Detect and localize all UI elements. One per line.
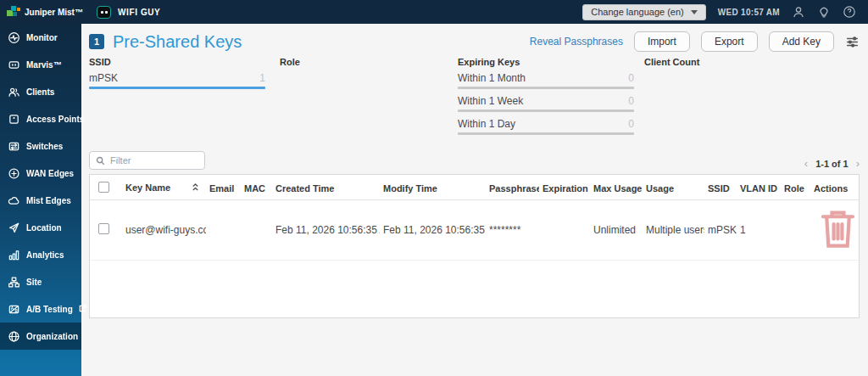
- col-key-name[interactable]: Key Name: [122, 175, 206, 200]
- cell-created-time: Feb 11, 2026 10:56:35 AM: [272, 200, 380, 261]
- ssid-usage-bar: [89, 87, 265, 89]
- search-icon: [96, 156, 105, 166]
- sidebar-item-label: Marvis™: [26, 60, 62, 70]
- sidebar-item-location[interactable]: Location: [0, 214, 81, 241]
- export-button[interactable]: Export: [701, 31, 758, 52]
- ssid-stat-mpsk[interactable]: mPSK 1: [89, 71, 265, 89]
- language-dropdown[interactable]: Change language (en): [582, 4, 705, 20]
- brand-name: Juniper Mist™: [25, 8, 83, 17]
- table-header-row: Key Name Email MAC Created Time Modify T…: [90, 175, 859, 200]
- sidebar-item-clients[interactable]: Clients: [0, 78, 81, 105]
- pagination-label: 1-1 of 1: [815, 159, 849, 169]
- reveal-passphrases-link[interactable]: Reveal Passphrases: [530, 36, 623, 48]
- juniper-mist-logo[interactable]: Juniper Mist™: [0, 0, 81, 24]
- topbar: Juniper Mist™ WIFI GUY Change language (…: [0, 0, 868, 24]
- sidebar-item-label: Switches: [26, 142, 63, 151]
- access-points-icon: [8, 113, 20, 126]
- stats-panel: SSID mPSK 1 Role Expiring Keys Within 1 …: [81, 52, 868, 140]
- clients-icon: [8, 86, 20, 98]
- cell-expiration: [539, 200, 590, 261]
- expiring-week-bar: [458, 109, 634, 112]
- col-ssid[interactable]: SSID: [704, 175, 737, 200]
- sidebar-item-switches[interactable]: Switches: [0, 132, 81, 160]
- sidebar-item-label: A/B Testing: [26, 305, 73, 314]
- col-max-usage[interactable]: Max Usage: [590, 175, 643, 200]
- user-icon[interactable]: [792, 5, 805, 19]
- ssid-column-header: SSID: [89, 57, 280, 67]
- col-passphrase[interactable]: Passphrase: [486, 175, 539, 200]
- expiring-month-count: 0: [628, 71, 634, 85]
- help-icon[interactable]: [843, 5, 856, 19]
- filter-field[interactable]: [89, 151, 205, 170]
- sidebar-nav: Monitor Marvis™ Clients Access Points Sw…: [0, 24, 81, 376]
- col-role[interactable]: Role: [781, 175, 810, 200]
- cell-ssid: mPSK: [704, 200, 737, 261]
- org-badge-icon: [97, 6, 111, 19]
- juniper-logo-icon: [7, 5, 20, 19]
- stats-role-column: Role: [280, 57, 458, 140]
- cell-email: [206, 200, 241, 261]
- col-usage[interactable]: Usage: [643, 175, 704, 200]
- cell-usage: Multiple users: [643, 200, 704, 261]
- org-name: WIFI GUY: [118, 8, 160, 17]
- col-vlan-id[interactable]: VLAN ID: [737, 175, 781, 200]
- col-expiration[interactable]: Expiration: [539, 175, 590, 200]
- switches-icon: [8, 140, 20, 153]
- pagination: ‹ 1-1 of 1 ›: [804, 157, 860, 170]
- org-switcher[interactable]: WIFI GUY: [97, 6, 160, 19]
- add-key-button[interactable]: Add Key: [769, 31, 834, 52]
- sidebar-item-access-points[interactable]: Access Points: [0, 105, 81, 132]
- sidebar-item-marvis[interactable]: Marvis™: [0, 51, 81, 78]
- page-title: Pre-Shared Keys: [113, 32, 242, 52]
- sidebar-item-label: Mist Edges: [26, 196, 71, 205]
- col-email[interactable]: Email: [206, 175, 241, 200]
- sidebar-item-wan-edges[interactable]: WAN Edges: [0, 160, 81, 187]
- expiring-keys-header: Expiring Keys: [458, 57, 644, 67]
- cell-passphrase: ********: [486, 200, 539, 261]
- sidebar-item-site[interactable]: Site: [0, 268, 81, 295]
- bulb-icon[interactable]: [817, 5, 831, 19]
- expiring-day-count: 0: [628, 117, 634, 131]
- sidebar-item-ab-testing[interactable]: AB A/B Testing: [0, 295, 81, 323]
- analytics-icon: [8, 249, 20, 261]
- location-icon: [8, 222, 20, 234]
- cell-max-usage: Unlimited: [590, 200, 643, 261]
- col-created-time[interactable]: Created Time: [272, 175, 380, 200]
- sidebar-item-organization[interactable]: Organization: [0, 323, 81, 350]
- next-page-icon[interactable]: ›: [856, 157, 860, 170]
- sidebar-item-analytics[interactable]: Analytics: [0, 241, 81, 268]
- ssid-count: 1: [259, 71, 265, 85]
- sidebar-item-mist-edges[interactable]: Mist Edges: [0, 187, 81, 214]
- cell-modify-time: Feb 11, 2026 10:56:35 AM: [380, 200, 486, 261]
- cell-vlan-id: 1: [737, 200, 781, 261]
- expiring-week-label: Within 1 Week: [458, 94, 523, 108]
- sidebar-item-label: Organization: [26, 332, 78, 341]
- sidebar-item-label: Location: [26, 223, 62, 233]
- table-row[interactable]: user@wifi-guys.com Feb 11, 2026 10:56:35…: [90, 200, 859, 261]
- expiring-day-stat[interactable]: Within 1 Day 0: [458, 117, 634, 135]
- expiring-day-label: Within 1 Day: [458, 117, 515, 131]
- expiring-week-count: 0: [628, 94, 634, 108]
- sort-ascending-icon[interactable]: [192, 182, 199, 194]
- col-mac[interactable]: MAC: [241, 175, 272, 200]
- select-all-checkbox[interactable]: [98, 182, 109, 193]
- col-modify-time[interactable]: Modify Time: [380, 175, 486, 200]
- expiring-week-stat[interactable]: Within 1 Week 0: [458, 94, 634, 112]
- wan-edges-icon: [8, 167, 20, 180]
- cell-key-name: user@wifi-guys.com: [122, 200, 206, 261]
- ab-testing-icon: AB: [8, 303, 20, 316]
- import-button[interactable]: Import: [634, 31, 690, 52]
- delete-key-icon[interactable]: [817, 242, 859, 254]
- expiring-month-bar: [458, 87, 634, 89]
- prev-page-icon[interactable]: ‹: [804, 157, 808, 170]
- caret-down-icon: [691, 10, 698, 14]
- language-dropdown-label: Change language (en): [591, 7, 683, 17]
- expiring-month-stat[interactable]: Within 1 Month 0: [458, 71, 634, 89]
- sidebar-item-monitor[interactable]: Monitor: [0, 24, 81, 51]
- table-settings-icon[interactable]: [845, 35, 860, 49]
- filter-input[interactable]: [110, 155, 198, 166]
- row-checkbox[interactable]: [98, 223, 109, 234]
- ssid-name: mPSK: [89, 71, 118, 85]
- clock-label: WED 10:57 AM: [718, 8, 780, 17]
- psk-table: Key Name Email MAC Created Time Modify T…: [90, 175, 859, 261]
